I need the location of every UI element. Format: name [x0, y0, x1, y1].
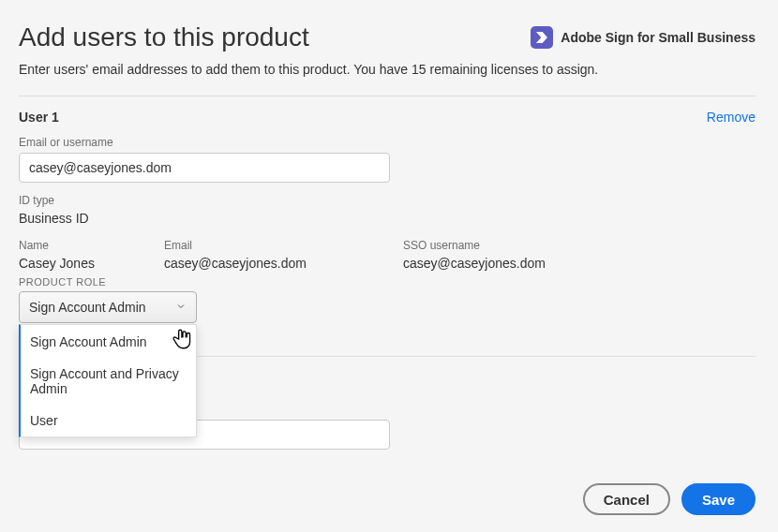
product-role-select[interactable]: Sign Account Admin	[19, 291, 197, 323]
user-header: User 1 Remove	[19, 110, 756, 125]
emailcol-value: casey@caseyjones.dom	[164, 256, 403, 271]
name-label: Name	[19, 239, 164, 252]
role-option-label: User	[30, 413, 58, 428]
divider	[19, 96, 756, 96]
subtitle: Enter users' email addresses to add them…	[19, 62, 756, 77]
sso-label: SSO username	[403, 239, 756, 252]
emailcol-label: Email	[164, 239, 403, 252]
save-button[interactable]: Save	[681, 483, 756, 515]
footer: Cancel Save	[583, 483, 756, 515]
cancel-button[interactable]: Cancel	[583, 483, 670, 515]
email-field-label: Email or username	[19, 136, 756, 149]
emailcol: Email casey@caseyjones.dom	[164, 239, 403, 271]
idtype-label: ID type	[19, 194, 756, 207]
chevron-down-icon	[175, 300, 187, 315]
email-input[interactable]	[19, 153, 390, 183]
role-option-sign-account-admin[interactable]: Sign Account Admin	[21, 325, 196, 358]
details-row: Name Casey Jones Email casey@caseyjones.…	[19, 239, 756, 271]
product-role-label: PRODUCT ROLE	[19, 276, 756, 288]
user-section-label: User 1	[19, 110, 59, 125]
remove-link[interactable]: Remove	[707, 110, 756, 125]
idtype-value: Business ID	[19, 211, 756, 226]
header-row: Add users to this product Adobe Sign for…	[19, 19, 756, 62]
add-users-modal: Add users to this product Adobe Sign for…	[0, 0, 778, 532]
product-name: Adobe Sign for Small Business	[561, 30, 756, 45]
idtype-block: ID type Business ID	[19, 194, 756, 226]
role-option-user[interactable]: User	[21, 405, 196, 436]
product-role-selected: Sign Account Admin	[29, 300, 146, 315]
product-badge: Adobe Sign for Small Business	[531, 26, 756, 49]
sso-col: SSO username casey@caseyjones.dom	[403, 239, 756, 271]
page-title: Add users to this product	[19, 22, 309, 52]
check-icon	[173, 333, 187, 349]
role-option-label: Sign Account Admin	[30, 334, 147, 349]
role-option-sign-account-privacy-admin[interactable]: Sign Account and Privacy Admin	[21, 358, 196, 405]
name-col: Name Casey Jones	[19, 239, 164, 271]
adobe-sign-icon	[531, 26, 553, 49]
email-block: Email or username	[19, 136, 756, 183]
role-option-label: Sign Account and Privacy Admin	[30, 366, 187, 396]
product-role-block: PRODUCT ROLE Sign Account Admin Sign Acc…	[19, 276, 756, 323]
product-role-dropdown: Sign Account Admin Sign Account Admin Si…	[19, 291, 197, 323]
name-value: Casey Jones	[19, 256, 164, 271]
product-role-menu: Sign Account Admin Sign Account and Priv…	[19, 324, 197, 437]
sso-value: casey@caseyjones.dom	[403, 256, 756, 271]
